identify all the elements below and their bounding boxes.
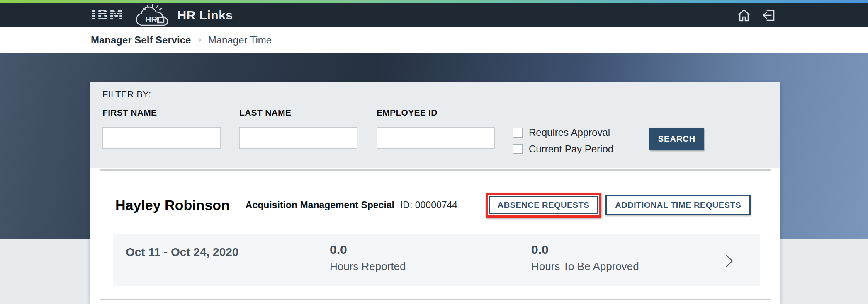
employee-name: Hayley Robinson: [115, 197, 230, 213]
requires-approval-label: Requires Approval: [529, 127, 610, 138]
header-actions: [737, 8, 868, 22]
employee-id-value: ID: 00000744: [400, 200, 457, 211]
app-header: IBM HRL HR Links: [0, 3, 868, 27]
absence-requests-button[interactable]: ABSENCE REQUESTS: [489, 196, 598, 214]
first-name-input[interactable]: [102, 127, 221, 149]
manager-time-card: FILTER BY: FIRST NAME LAST NAME EMPLOYEE…: [90, 82, 780, 304]
hours-to-be-approved-value: 0.0: [531, 243, 639, 257]
pay-period-chevron-right-icon[interactable]: [725, 254, 734, 269]
last-name-field-group: LAST NAME: [239, 108, 357, 149]
product-name: HR Links: [177, 8, 233, 22]
requires-approval-row: Requires Approval: [513, 127, 613, 138]
filter-panel: FILTER BY: FIRST NAME LAST NAME EMPLOYEE…: [90, 82, 780, 168]
hours-to-be-approved-block: 0.0 Hours To Be Approved: [531, 243, 639, 273]
brand-block: IBM HRL HR Links: [0, 4, 233, 27]
current-pay-period-label: Current Pay Period: [529, 143, 613, 155]
employee-job-title: Acquisition Management Special: [246, 200, 394, 211]
additional-time-requests-button[interactable]: ADDITIONAL TIME REQUESTS: [605, 195, 751, 215]
breadcrumb-section[interactable]: Manager Self Service: [91, 34, 191, 46]
employee-action-buttons: ABSENCE REQUESTS ADDITIONAL TIME REQUEST…: [486, 193, 751, 218]
filter-checkboxes: Requires Approval Current Pay Period: [513, 127, 613, 160]
filter-title: FILTER BY:: [102, 89, 151, 100]
breadcrumb-page: Manager Time: [208, 34, 272, 46]
breadcrumb: Manager Self Service › Manager Time: [0, 27, 868, 53]
employee-id-input[interactable]: [377, 127, 495, 149]
search-button[interactable]: SEARCH: [649, 128, 704, 150]
hours-reported-label: Hours Reported: [330, 260, 406, 273]
accent-gradient-bar: [0, 0, 868, 3]
last-name-label: LAST NAME: [239, 108, 357, 118]
employee-id-label: EMPLOYEE ID: [377, 108, 495, 118]
pay-period-date-range: Oct 11 - Oct 24, 2020: [126, 246, 238, 259]
requires-approval-checkbox[interactable]: [513, 128, 523, 138]
hr-links-cloud-logo-icon: HRL: [134, 4, 171, 27]
last-name-input[interactable]: [239, 127, 357, 149]
home-icon[interactable]: [737, 8, 751, 22]
content-divider-bottom: [100, 299, 771, 300]
first-name-field-group: FIRST NAME: [102, 108, 221, 149]
hours-to-be-approved-label: Hours To Be Approved: [531, 260, 639, 273]
current-pay-period-row: Current Pay Period: [513, 143, 613, 155]
ibm-logo: IBM: [91, 8, 124, 22]
employee-id-field-group: EMPLOYEE ID: [377, 108, 495, 149]
breadcrumb-separator-icon: ›: [197, 33, 201, 46]
sign-out-icon[interactable]: [762, 8, 776, 22]
pay-period-row[interactable]: Oct 11 - Oct 24, 2020 0.0 Hours Reported…: [113, 234, 760, 286]
first-name-label: FIRST NAME: [102, 108, 221, 118]
current-pay-period-checkbox[interactable]: [513, 144, 523, 154]
employee-header-row: Hayley Robinson Acquisition Management S…: [90, 192, 780, 218]
absence-requests-highlight-box: ABSENCE REQUESTS: [486, 193, 601, 218]
hours-reported-value: 0.0: [330, 243, 406, 257]
hours-reported-block: 0.0 Hours Reported: [330, 243, 406, 273]
svg-text:HRL: HRL: [145, 15, 162, 24]
content-divider-top: [100, 169, 771, 171]
